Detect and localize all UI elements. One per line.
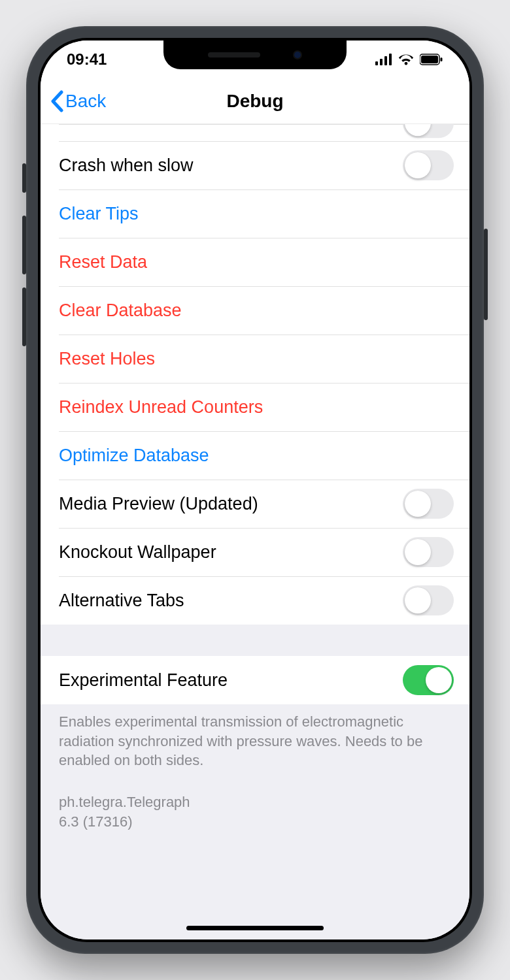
speaker-grill [208, 52, 260, 57]
row-crash-when-slow[interactable]: Crash when slow [41, 141, 469, 189]
volume-up-button[interactable] [22, 216, 26, 274]
row-label: Reset Data [59, 252, 147, 272]
row-optimize-database[interactable]: Optimize Database [41, 431, 469, 480]
row-alternative-tabs[interactable]: Alternative Tabs [41, 576, 469, 625]
switch-knockout-wallpaper[interactable] [403, 537, 454, 567]
row-experimental-feature[interactable]: Experimental Feature [41, 656, 469, 704]
svg-rect-3 [389, 54, 392, 65]
row-label: Alternative Tabs [59, 591, 184, 611]
back-label: Back [65, 91, 106, 112]
svg-rect-2 [384, 56, 387, 65]
switch-previous[interactable] [403, 124, 454, 138]
nav-bar: Back Debug [41, 78, 469, 124]
row-label: Reset Holes [59, 349, 155, 369]
switch-crash-when-slow[interactable] [403, 150, 454, 180]
footer-description: Enables experimental transmission of ele… [41, 704, 469, 774]
row-label: Optimize Database [59, 446, 209, 466]
cellular-icon [375, 54, 392, 65]
content[interactable]: Crash when slow Clear Tips Reset Data Cl… [41, 124, 469, 939]
row-clear-database[interactable]: Clear Database [41, 286, 469, 335]
row-label: Clear Tips [59, 204, 139, 224]
row-label: Knockout Wallpaper [59, 542, 216, 563]
section-main: Crash when slow Clear Tips Reset Data Cl… [41, 124, 469, 625]
status-time: 09:41 [67, 50, 107, 69]
svg-rect-1 [380, 59, 382, 65]
switch-media-preview[interactable] [403, 489, 454, 519]
row-clear-tips[interactable]: Clear Tips [41, 189, 469, 238]
device-frame: 09:41 [26, 26, 484, 954]
screen: 09:41 [41, 41, 469, 939]
svg-rect-0 [375, 61, 378, 65]
row-reset-holes[interactable]: Reset Holes [41, 335, 469, 383]
svg-rect-5 [421, 56, 438, 63]
row-knockout-wallpaper[interactable]: Knockout Wallpaper [41, 528, 469, 576]
row-partial-previous[interactable] [41, 124, 469, 141]
power-button[interactable] [484, 229, 488, 320]
row-reset-data[interactable]: Reset Data [41, 238, 469, 286]
wifi-icon [398, 54, 415, 65]
row-label: Reindex Unread Counters [59, 397, 263, 417]
status-indicators [375, 54, 443, 65]
svg-rect-6 [441, 57, 443, 61]
chevron-left-icon [50, 90, 64, 112]
section-gap [41, 625, 469, 656]
footer-meta: ph.telegra.Telegraph 6.3 (17316) [41, 774, 469, 838]
back-button[interactable]: Back [41, 90, 106, 112]
row-reindex-unread[interactable]: Reindex Unread Counters [41, 383, 469, 431]
row-media-preview[interactable]: Media Preview (Updated) [41, 480, 469, 528]
mute-switch[interactable] [22, 163, 26, 193]
volume-down-button[interactable] [22, 287, 26, 346]
row-label: Experimental Feature [59, 670, 228, 691]
row-label: Media Preview (Updated) [59, 494, 258, 514]
switch-experimental[interactable] [403, 665, 454, 695]
row-label: Clear Database [59, 301, 182, 321]
bundle-id: ph.telegra.Telegraph [59, 792, 451, 812]
front-camera [293, 50, 302, 59]
app-version: 6.3 (17316) [59, 812, 451, 832]
home-indicator[interactable] [186, 926, 324, 930]
section-experimental: Experimental Feature [41, 656, 469, 704]
switch-alternative-tabs[interactable] [403, 585, 454, 615]
device-bezel: 09:41 [38, 38, 472, 942]
notch [163, 41, 347, 69]
battery-icon [420, 54, 443, 65]
row-label: Crash when slow [59, 155, 194, 176]
